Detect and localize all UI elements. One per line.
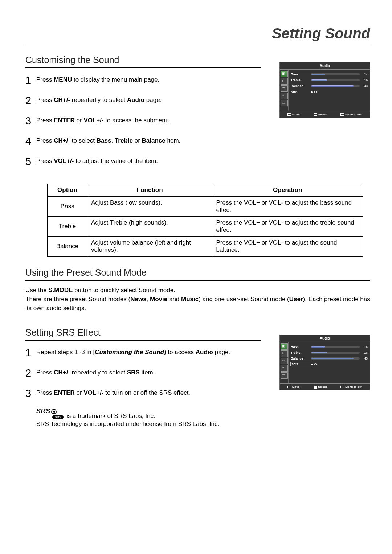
osd-audio-menu-srs: Audio ▣ ♪ 〰 ✦ ▭ Bass 14 Treble 16 [279, 335, 370, 390]
table-cell: Bass [48, 197, 87, 217]
text: page. [213, 349, 230, 356]
osd-title: Audio [280, 62, 370, 70]
text: to access [166, 349, 196, 356]
section-3-steps: 1 Repeat steps 1~3 in [Customising the S… [25, 346, 261, 401]
text: or [133, 137, 142, 144]
step: 2 Press CH+/- repeatedly to select Audio… [25, 94, 261, 108]
osd-tab-icon: ✦ [281, 93, 288, 99]
osd-row: Balance 43 [291, 356, 368, 361]
osd-row-selected: SRS On [291, 361, 368, 367]
menu-icon [340, 386, 344, 388]
osd-footer: Move Select Menu to exit [280, 111, 370, 118]
osd-row: Bass 14 [291, 71, 368, 77]
text: to display the menu main page. [72, 76, 159, 83]
table-header: Function [87, 184, 212, 197]
text: Move [292, 385, 299, 389]
sound-options-table: Option Function Operation Bass Adjust Ba… [47, 184, 363, 257]
text-bold: Treble [115, 137, 133, 144]
text: Repeat steps 1~3 in [ [36, 349, 95, 356]
osd-row-label: Balance [291, 84, 311, 88]
table-header: Option [48, 184, 87, 197]
osd-tab-icon: ▣ [281, 343, 288, 350]
osd-row-label: SRS [291, 90, 311, 94]
text: Move [292, 113, 299, 116]
text-bold: Movie [150, 296, 167, 303]
table-cell: Press the VOL+ or VOL- to adjust the bas… [212, 197, 363, 217]
srs-pill: SRS [52, 415, 64, 419]
osd-row: Treble 16 [291, 77, 368, 83]
text-bold: Audio [196, 349, 213, 356]
text-bold: ENTER [54, 389, 75, 396]
step: 3 Press ENTER or VOL+/- to turn on or of… [25, 387, 261, 401]
step: 5 Press VOL+/- to adjust the value of th… [25, 155, 261, 169]
step-number: 3 [25, 386, 36, 401]
text: is a trademark of SRS Labs, Inc. [66, 413, 155, 419]
osd-tab-icon: ▣ [281, 71, 288, 77]
divider [25, 280, 370, 281]
osd-row: Bass 14 [291, 344, 368, 350]
osd-tab-icon: ▭ [281, 100, 288, 106]
table-header: Operation [212, 184, 363, 197]
step: 4 Press CH+/- to select Bass, Treble or … [25, 135, 261, 149]
text: Menu to exit [345, 113, 362, 116]
osd-title: Audio [280, 335, 370, 342]
osd-row-value: 16 [360, 78, 368, 82]
text-bold: S.MODE [48, 287, 73, 294]
osd-tabs: ▣ ♪ 〰 ✦ ▭ [280, 70, 289, 111]
text: or [75, 117, 84, 124]
srs-license-line: SRS Technology is incorporated under lic… [36, 420, 261, 428]
osd-row-label: Treble [291, 78, 311, 82]
osd-foot-menu: Menu to exit [340, 113, 362, 116]
osd-slider [311, 79, 360, 81]
text-bold: News [130, 296, 146, 303]
text-bold: CH+/- [54, 97, 70, 103]
step-number: 1 [25, 73, 36, 88]
menu-icon [340, 113, 344, 116]
osd-srs-value: On [311, 90, 319, 94]
text: Use the [25, 287, 48, 294]
text: Press [36, 157, 54, 164]
text: to adjust the value of the item. [74, 157, 158, 164]
osd-row-label: Balance [291, 357, 311, 360]
text-bold: CH+/- [54, 137, 70, 144]
text: to turn on or off the SRS effect. [104, 389, 190, 396]
text: , [111, 137, 114, 144]
osd-srs-value: On [311, 362, 319, 366]
text: Press [36, 76, 54, 83]
picture-icon: ▣ [282, 344, 287, 349]
srs-trademark-block: SRS SRS is a trademark of SRS Labs, Inc. [36, 407, 261, 420]
text-bold: SRS [127, 369, 140, 376]
section-2-paragraph: Use the S.MODE button to quickly select … [25, 286, 370, 313]
text: and [167, 296, 181, 303]
move-icon [287, 386, 291, 388]
text-bold: Audio [127, 97, 144, 103]
text: Menu to exit [345, 385, 362, 389]
setup-icon: ✦ [282, 366, 287, 371]
osd-tab-icon: 〰 [281, 85, 288, 92]
table-row: Treble Adjust Treble (high sounds). Pres… [48, 217, 363, 237]
table-cell: Treble [48, 217, 87, 237]
table-cell: Adjust Bass (low sounds). [87, 197, 212, 217]
text: item. [166, 137, 181, 144]
osd-slider [311, 73, 360, 75]
section-3-title: Setting SRS Effect [25, 327, 261, 341]
section-2-title: Using the Preset Sound Mode [25, 267, 370, 278]
osd-row-value: 14 [360, 73, 368, 76]
text: repeatedly to select [70, 369, 127, 376]
text: page. [144, 97, 162, 103]
text: Press [36, 117, 54, 124]
text-bold: VOL+/- [83, 389, 103, 396]
table-cell: Press the VOL+ or VOL- to adjust the tre… [212, 217, 363, 237]
text-bold: MENU [54, 76, 72, 83]
srs-logo: SRS SRS [36, 407, 64, 419]
osd-slider [311, 346, 360, 348]
text: item. [140, 369, 155, 376]
osd-row-value: 43 [360, 357, 368, 360]
osd-row: SRS On [291, 89, 368, 95]
move-icon [287, 113, 291, 116]
select-icon [314, 113, 317, 116]
text: Press [36, 97, 54, 103]
srs-logo-text: SRS [36, 407, 50, 415]
text: to select [70, 137, 97, 144]
page-title: Setting Sound [25, 25, 370, 45]
